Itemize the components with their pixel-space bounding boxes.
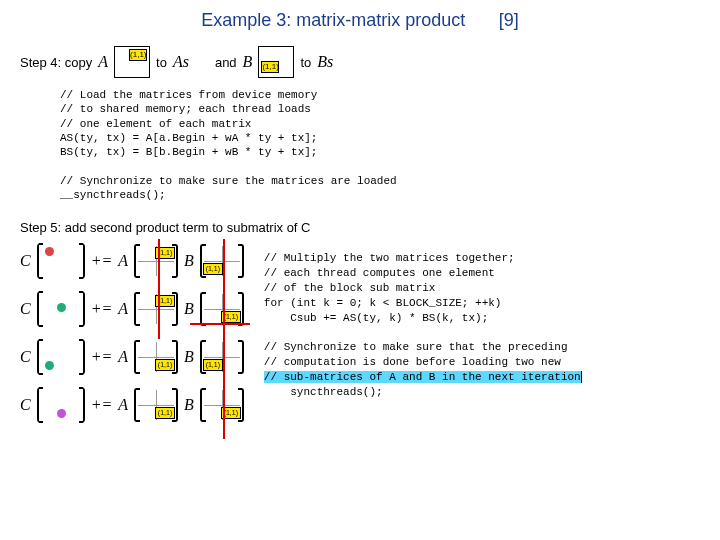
var-A: A	[118, 300, 128, 318]
var-B: B	[184, 396, 194, 414]
var-C: C	[20, 252, 31, 270]
var-Bs: Bs	[317, 53, 333, 71]
page-title: Example 3: matrix-matrix product	[201, 10, 465, 31]
var-B: B	[184, 252, 194, 270]
step4-to-1: to	[156, 55, 167, 70]
code-block-2: // Multiply the two matrices together; /…	[264, 243, 582, 435]
dot-icon	[57, 409, 66, 418]
submatrix-B-icon: (1,1)	[200, 292, 244, 326]
step4-label: Step 4: copy	[20, 55, 92, 70]
op-pluseq: +=	[91, 252, 113, 270]
var-As: As	[173, 53, 189, 71]
submatrix-B-icon: (1,1)	[200, 244, 244, 278]
var-B: B	[184, 300, 194, 318]
matrix-C-icon	[37, 339, 85, 375]
code-block-1: // Load the matrices from device memory …	[60, 88, 700, 202]
submatrix-A-icon: (1,1)	[134, 292, 178, 326]
submatrix-A-icon: (1,1)	[134, 388, 178, 422]
reference-marker: [9]	[499, 10, 519, 30]
var-B: B	[243, 53, 253, 71]
eq-row: C += A (1,1) B (1,1)	[20, 387, 244, 423]
var-A: A	[118, 396, 128, 414]
var-C: C	[20, 348, 31, 366]
step4-and: and	[215, 55, 237, 70]
op-pluseq: +=	[91, 396, 113, 414]
dot-icon	[57, 303, 66, 312]
eq-row: C += A (1,1) B (1,1)	[20, 291, 244, 327]
eq-row: C += A (1,1) B (1,1)	[20, 339, 244, 375]
code-highlight: // sub-matrices of A and B in the next i…	[264, 371, 582, 383]
submatrix-B-icon: (1,1)	[200, 340, 244, 374]
matrix-B-icon: (1,1)	[258, 46, 294, 78]
matrix-C-icon	[37, 291, 85, 327]
var-A: A	[118, 348, 128, 366]
var-C: C	[20, 396, 31, 414]
submatrix-B-icon: (1,1)	[200, 388, 244, 422]
matrix-A-icon: (1,1)	[114, 46, 150, 78]
code-pre: // Multiply the two matrices together; /…	[264, 252, 568, 368]
dot-icon	[45, 247, 54, 256]
step5-label: Step 5: add second product term to subma…	[20, 220, 700, 235]
step4-to-2: to	[300, 55, 311, 70]
var-A: A	[98, 53, 108, 71]
dot-icon	[45, 361, 54, 370]
matrix-C-icon	[37, 243, 85, 279]
var-B: B	[184, 348, 194, 366]
var-A: A	[118, 252, 128, 270]
op-pluseq: +=	[91, 300, 113, 318]
text-cursor-icon	[581, 371, 582, 383]
op-pluseq: +=	[91, 348, 113, 366]
var-C: C	[20, 300, 31, 318]
submatrix-A-icon: (1,1)	[134, 340, 178, 374]
equations-column: C += A (1,1) B (1,1) C += A	[20, 243, 244, 435]
red-line-icon	[190, 323, 250, 325]
step4-row: Step 4: copy A (1,1) to As and B (1,1) t…	[20, 46, 700, 78]
eq-row: C += A (1,1) B (1,1)	[20, 243, 244, 279]
red-line-icon	[223, 239, 225, 439]
matrix-C-icon	[37, 387, 85, 423]
lower-row: C += A (1,1) B (1,1) C += A	[20, 243, 700, 435]
submatrix-A-icon: (1,1)	[134, 244, 178, 278]
code-post: syncthreads();	[264, 386, 383, 398]
red-line-icon	[158, 239, 160, 339]
